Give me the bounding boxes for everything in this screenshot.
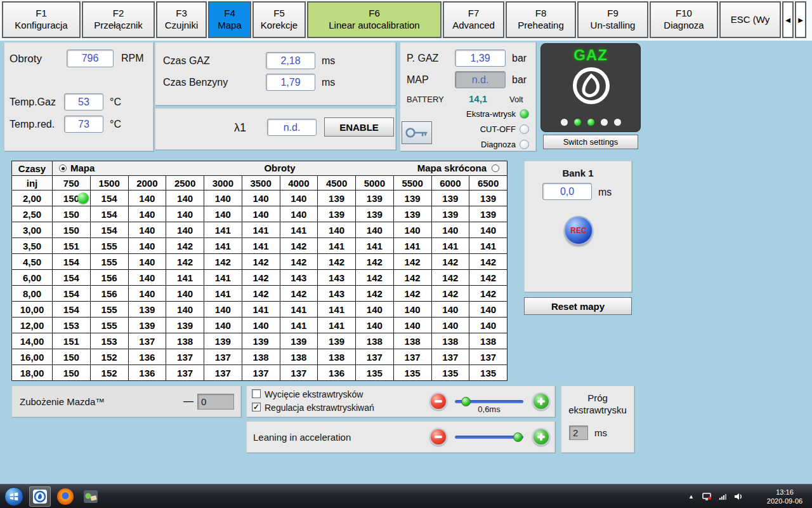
map-cell[interactable]: 138 [242, 349, 280, 365]
map-cell[interactable]: 135 [356, 365, 394, 381]
reset-map-button[interactable]: Reset mapy [524, 297, 632, 315]
map-cell[interactable]: 150 [53, 190, 91, 206]
map-cell[interactable]: 141 [242, 238, 280, 254]
map-cell[interactable]: 140 [393, 222, 431, 238]
map-cell[interactable]: 138 [469, 333, 508, 349]
map-cell[interactable]: 141 [318, 302, 356, 318]
map-cell[interactable]: 155 [90, 318, 128, 333]
map-cell[interactable]: 137 [204, 349, 242, 365]
map-cell[interactable]: 154 [53, 286, 91, 302]
map-cell[interactable]: 137 [204, 365, 242, 381]
map-cell[interactable]: 137 [128, 333, 166, 349]
map-cell[interactable]: 139 [431, 190, 469, 206]
key-icon[interactable] [402, 121, 432, 144]
tab-f8[interactable]: F8Preheating [506, 1, 576, 38]
leaning-slider-plus-button[interactable] [532, 428, 550, 446]
short-map-radio[interactable] [492, 164, 499, 172]
map-cell[interactable]: 141 [242, 222, 280, 238]
map-cell[interactable]: 142 [431, 270, 469, 286]
map-cell[interactable]: 142 [356, 254, 394, 270]
map-cell[interactable]: 136 [128, 349, 166, 365]
tab-scroll-left-icon[interactable]: ◀ [782, 1, 794, 38]
map-cell[interactable]: 140 [356, 302, 394, 318]
gaz-switch-indicator[interactable]: GAZ [540, 43, 641, 132]
tab-f6[interactable]: F6Linear autocalibration [307, 1, 442, 38]
map-cell[interactable]: 142 [356, 270, 394, 286]
map-cell[interactable]: 140 [431, 318, 469, 333]
map-cell[interactable]: 141 [280, 222, 318, 238]
tab-esc[interactable]: ESC (Wy [719, 1, 781, 38]
map-cell[interactable]: 140 [318, 222, 356, 238]
map-cell[interactable]: 139 [318, 190, 356, 206]
rpm-column-header[interactable]: 5000 [356, 176, 394, 190]
rpm-column-header[interactable]: 2000 [128, 176, 166, 190]
map-cell[interactable]: 137 [166, 365, 204, 381]
extra-slider-minus-button[interactable] [429, 392, 447, 410]
map-cell[interactable]: 141 [431, 238, 469, 254]
map-cell[interactable]: 154 [90, 222, 128, 238]
map-cell[interactable]: 142 [393, 286, 431, 302]
map-cell[interactable]: 140 [204, 302, 242, 318]
map-cell[interactable]: 142 [280, 254, 318, 270]
map-cell[interactable]: 136 [318, 365, 356, 381]
map-cell[interactable]: 139 [318, 333, 356, 349]
map-cell[interactable]: 138 [280, 349, 318, 365]
map-cell[interactable]: 138 [318, 349, 356, 365]
map-cell[interactable]: 150 [53, 206, 91, 222]
map-cell[interactable]: 150 [53, 349, 91, 365]
map-cell[interactable]: 140 [242, 190, 280, 206]
taskbar-clock[interactable]: 13:16 2020-09-06 [761, 488, 808, 506]
leaning-slider-minus-button[interactable] [429, 428, 447, 446]
map-cell[interactable]: 143 [280, 270, 318, 286]
extra-slider-plus-button[interactable] [532, 392, 550, 410]
map-cell[interactable]: 141 [318, 238, 356, 254]
map-cell[interactable]: 140 [242, 318, 280, 333]
map-cell[interactable]: 140 [128, 190, 166, 206]
map-cell[interactable]: 140 [356, 318, 394, 333]
map-cell[interactable]: 137 [166, 349, 204, 365]
map-cell[interactable]: 140 [431, 302, 469, 318]
map-cell[interactable]: 141 [469, 238, 508, 254]
map-cell[interactable]: 143 [318, 270, 356, 286]
map-cell[interactable]: 140 [128, 254, 166, 270]
map-cell[interactable]: 139 [128, 302, 166, 318]
map-cell[interactable]: 140 [393, 302, 431, 318]
map-cell[interactable]: 140 [166, 302, 204, 318]
map-cell[interactable]: 142 [204, 254, 242, 270]
map-cell[interactable]: 156 [90, 270, 128, 286]
map-cell[interactable]: 140 [128, 270, 166, 286]
map-cell[interactable]: 139 [318, 206, 356, 222]
map-cell[interactable]: 139 [204, 333, 242, 349]
wyciecie-checkbox[interactable] [252, 389, 261, 398]
map-cell[interactable]: 154 [90, 206, 128, 222]
map-cell[interactable]: 137 [431, 349, 469, 365]
tab-f1[interactable]: F1Konfiguracja [2, 1, 81, 38]
map-cell[interactable]: 140 [166, 206, 204, 222]
map-cell[interactable]: 142 [242, 254, 280, 270]
taskbar-firefox-icon[interactable] [55, 486, 76, 507]
map-cell[interactable]: 141 [356, 238, 394, 254]
map-cell[interactable]: 141 [242, 302, 280, 318]
tab-f7[interactable]: F7Advanced [443, 1, 504, 38]
leaning-slider-knob[interactable] [513, 432, 523, 442]
map-cell[interactable]: 135 [469, 365, 508, 381]
map-cell[interactable]: 140 [128, 238, 166, 254]
show-hidden-icons[interactable]: ▲ [688, 485, 694, 508]
map-cell[interactable]: 138 [431, 333, 469, 349]
map-cell[interactable]: 140 [166, 222, 204, 238]
map-cell[interactable]: 151 [53, 333, 91, 349]
map-cell[interactable]: 140 [204, 206, 242, 222]
leaning-slider-track[interactable] [455, 436, 523, 439]
map-cell[interactable]: 139 [469, 190, 508, 206]
map-cell[interactable]: 141 [166, 270, 204, 286]
map-cell[interactable]: 140 [242, 206, 280, 222]
rpm-column-header[interactable]: 4000 [280, 176, 318, 190]
map-cell[interactable]: 142 [318, 254, 356, 270]
rec-button[interactable]: REC [564, 216, 593, 245]
tab-f3[interactable]: F3Czujniki [156, 1, 207, 38]
map-cell[interactable]: 140 [204, 190, 242, 206]
extra-slider-track[interactable] [455, 400, 523, 403]
tray-network-icon[interactable] [718, 485, 728, 508]
map-cell[interactable]: 154 [53, 270, 91, 286]
map-cell[interactable]: 139 [166, 318, 204, 333]
